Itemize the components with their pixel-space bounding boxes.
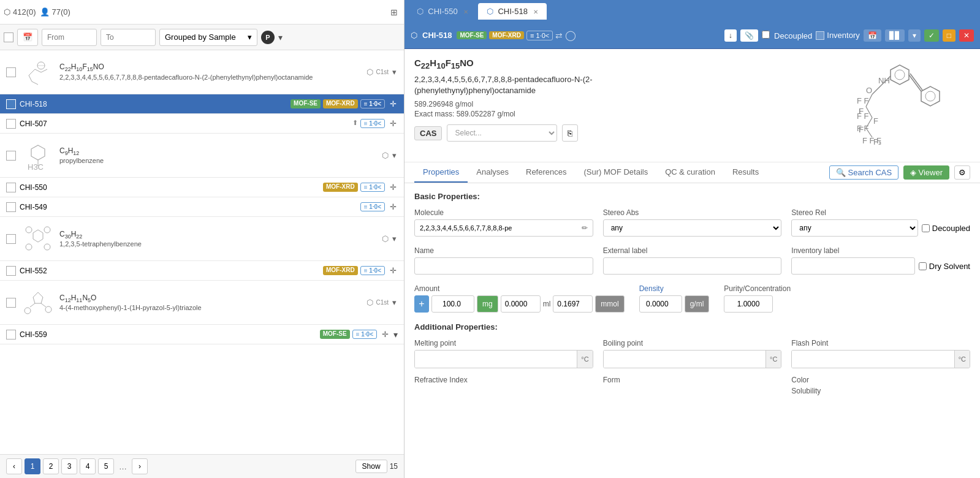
expand-mol-button-3[interactable]: ▾ (391, 233, 398, 245)
molecule-actions-2: ⬡ ▾ (382, 150, 398, 161)
prev-page-button[interactable]: ‹ (6, 458, 22, 474)
header-badges: MOF-SE MOF-XRD ≡ 1·0< ⇄ ◯ (457, 29, 576, 41)
grouped-by-dropdown[interactable]: Grouped by Sample ▾ (159, 29, 257, 46)
purity-value-input[interactable] (724, 295, 773, 313)
flash-point-value[interactable] (792, 351, 954, 368)
tab-qc-curation[interactable]: QC & curation (656, 162, 724, 183)
header-green-button[interactable]: ✓ (924, 29, 939, 42)
move-button-CHI-552[interactable]: ✛ (389, 265, 398, 276)
page-button-1[interactable]: 1 (25, 458, 40, 474)
sample-row-CHI-518[interactable]: CHI-518 MOF-SE MOF-XRD ≡ 1·0< ✛ (0, 94, 404, 114)
name-input[interactable] (414, 257, 593, 275)
pagination-ellipsis: … (116, 462, 129, 471)
expand-mol-button[interactable]: ▾ (391, 66, 398, 78)
amount-input-row: + mg ml mmol (414, 295, 625, 313)
amount-value-input[interactable] (431, 295, 474, 313)
boiling-point-value[interactable] (604, 351, 765, 368)
cas-copy-button[interactable]: ⎘ (562, 124, 578, 142)
sample-row-CHI-550[interactable]: CHI-550 MOF-XRD ≡ 1·0< ✛ (0, 178, 404, 197)
header-orange-button[interactable]: □ (943, 29, 955, 42)
stereo-rel-select[interactable]: any (791, 219, 918, 237)
basic-props-grid: Molecule 2,2,3,3,4,4,5,5,6,6,7,7,8,8,8-p… (414, 208, 970, 237)
sample-checkbox-CHI-518[interactable] (6, 99, 16, 109)
viewer-button[interactable]: ◈ Viewer (903, 165, 949, 180)
tab-mof-details[interactable]: (Sur) MOF Details (575, 162, 656, 183)
header-circle-icon: ◯ (565, 29, 576, 41)
sample-badges-CHI-559: MOF-SE ≡ 1·0< (320, 330, 377, 339)
to-input[interactable] (101, 29, 156, 46)
page-button-4[interactable]: 4 (80, 458, 96, 474)
expand-button[interactable]: ▾ (278, 32, 283, 42)
move-button-CHI-518[interactable]: ✛ (389, 98, 398, 110)
density-unit-button[interactable]: g/ml (685, 295, 710, 313)
close-tab-CHI-518[interactable]: ✕ (533, 9, 538, 15)
add-amount-button[interactable]: + (414, 295, 429, 313)
sample-row-CHI-559[interactable]: CHI-559 MOF-SE ≡ 1·0< ✛ ▾ (0, 325, 404, 344)
tab-CHI-518[interactable]: ⬡ CHI-518 ✕ (478, 3, 547, 20)
molecule-checkbox-1[interactable] (6, 67, 16, 77)
page-button-3[interactable]: 3 (61, 458, 77, 474)
grid-view-button[interactable]: ⊞ (388, 6, 400, 18)
sample-checkbox-CHI-559[interactable] (6, 330, 16, 340)
sample-checkbox-CHI-550[interactable] (6, 183, 16, 192)
tab-references[interactable]: References (517, 162, 575, 183)
molecule-checkbox-2[interactable] (6, 151, 16, 161)
header-clip-button[interactable]: 📎 (740, 29, 758, 42)
density-value-input[interactable] (639, 295, 682, 313)
tab-analyses[interactable]: Analyses (468, 162, 517, 183)
show-button[interactable]: Show (355, 460, 387, 473)
sample-checkbox-CHI-549[interactable] (6, 202, 16, 212)
move-button-CHI-550[interactable]: ✛ (389, 181, 398, 193)
sample-row-CHI-507[interactable]: CHI-507 ⬆ ≡ 1·0< ✛ (0, 114, 404, 134)
tab-CHI-550[interactable]: ⬡ CHI-550 ✕ (408, 3, 477, 20)
tab-results[interactable]: Results (724, 162, 767, 183)
amount-mmol-input[interactable] (553, 295, 593, 313)
amount-unit-button[interactable]: mg (477, 295, 498, 313)
sample-row-CHI-549[interactable]: CHI-549 ≡ 1·0< ✛ (0, 197, 404, 217)
melting-point-value[interactable] (415, 351, 577, 368)
inventory-label-input[interactable] (791, 257, 914, 275)
filter-dropdown-button[interactable]: 📅 (17, 29, 38, 46)
select-all-checkbox[interactable] (4, 32, 13, 42)
cas-label: CAS (414, 126, 442, 140)
mmol-unit-button[interactable]: mmol (595, 295, 624, 313)
move-button-CHI-549[interactable]: ✛ (389, 201, 398, 213)
decoupled-checkbox[interactable] (762, 31, 770, 39)
settings-button[interactable]: ⚙ (954, 165, 970, 180)
sample-checkbox-CHI-507[interactable] (6, 119, 16, 129)
header-barcode-button[interactable]: ▊▊ (885, 29, 905, 42)
decoupled-prop-checkbox[interactable] (922, 224, 930, 232)
move-button-CHI-559[interactable]: ✛ (381, 328, 390, 340)
molecule-checkbox-4[interactable] (6, 298, 16, 308)
edit-molecule-icon[interactable]: ✏ (582, 224, 588, 232)
ring-icon-4: ⬡ (367, 298, 373, 307)
search-cas-button[interactable]: 🔍 Search CAS (829, 165, 899, 180)
sample-label-CHI-559: CHI-559 (20, 330, 316, 339)
header-save-button[interactable]: ↓ (724, 29, 737, 42)
header-calendar-button[interactable]: 📅 (864, 29, 881, 42)
svg-marker-15 (33, 292, 43, 303)
external-label-input[interactable] (603, 257, 782, 275)
cas-select[interactable]: Select... (447, 124, 557, 142)
from-input[interactable] (42, 29, 97, 46)
amount-ml-input[interactable] (501, 295, 541, 313)
expand-sample-CHI-559[interactable]: ▾ (393, 330, 398, 340)
next-page-button[interactable]: › (132, 458, 148, 474)
sample-row-CHI-552[interactable]: CHI-552 MOF-XRD ≡ 1·0< ✛ (0, 261, 404, 281)
header-barcode-dropdown[interactable]: ▾ (908, 29, 921, 42)
expand-mol-button-2[interactable]: ▾ (391, 150, 398, 161)
header-close-button[interactable]: ✕ (959, 29, 974, 42)
sample-checkbox-CHI-552[interactable] (6, 266, 16, 276)
stereo-abs-select[interactable]: any (603, 219, 782, 237)
expand-mol-button-4[interactable]: ▾ (391, 297, 398, 308)
close-tab-CHI-550[interactable]: ✕ (463, 9, 468, 15)
inventory-checkbox[interactable] (816, 31, 824, 40)
amount-label: Amount (414, 284, 625, 293)
page-button-2[interactable]: 2 (43, 458, 59, 474)
move-button-CHI-507[interactable]: ✛ (389, 118, 398, 129)
tab-properties[interactable]: Properties (414, 162, 468, 183)
dry-solvent-checkbox[interactable] (919, 262, 927, 270)
page-button-5[interactable]: 5 (98, 458, 114, 474)
molecule-item-1: C22H10F15NO 2,2,3,3,4,4,5,5,6,6,7,7,8,8,… (0, 50, 404, 94)
molecule-checkbox-3[interactable] (6, 234, 16, 244)
